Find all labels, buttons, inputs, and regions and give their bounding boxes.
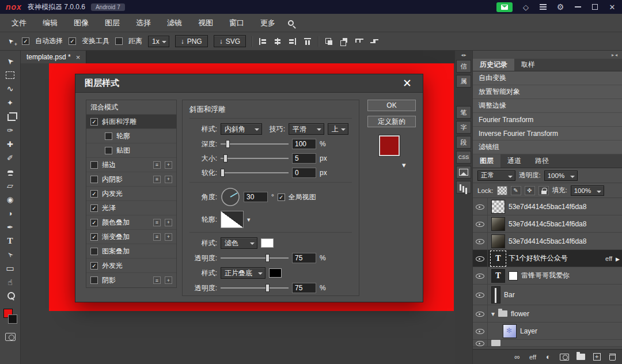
visibility-cell[interactable]	[473, 285, 488, 305]
link-layers-icon[interactable]	[513, 352, 521, 362]
text-layer-thumbnail[interactable]	[491, 269, 505, 283]
style-checkbox[interactable]	[90, 233, 98, 241]
move-tool[interactable]	[2, 54, 19, 68]
styles-list-header[interactable]: 混合模式	[86, 100, 176, 115]
tab-history[interactable]: 历史记录	[473, 59, 514, 71]
duplicate-effect-icon[interactable]	[153, 276, 161, 284]
define-new-button[interactable]: 定义新的	[367, 116, 416, 127]
style-item-satin[interactable]: 光泽	[86, 201, 176, 215]
layer-row-clipped[interactable]	[473, 340, 622, 347]
export-svg-button[interactable]: ↓SVG	[214, 35, 246, 47]
layer-row[interactable]: 53e7d4414c5bac14f6da8	[473, 233, 622, 250]
properties-panel-tab[interactable]: 属	[456, 75, 471, 88]
layer-group-row[interactable]: flower	[473, 305, 622, 323]
opacity-select[interactable]: 100%	[544, 170, 578, 181]
history-item[interactable]: 自由变换	[473, 71, 622, 85]
move-cursor-icon[interactable]	[7, 37, 16, 46]
size-slider[interactable]	[221, 154, 289, 162]
tab-samples[interactable]: 取样	[514, 59, 542, 71]
dodge-tool[interactable]	[2, 206, 19, 220]
soften-input[interactable]	[292, 168, 316, 178]
layer-thumbnail[interactable]	[491, 217, 505, 231]
minimize-icon[interactable]	[575, 6, 581, 7]
slider-handle[interactable]	[226, 140, 230, 148]
menu-select[interactable]: 选择	[128, 14, 159, 32]
lock-position-icon[interactable]	[525, 186, 535, 195]
add-effect-icon[interactable]	[165, 219, 172, 226]
layer-thumbnail[interactable]	[491, 286, 500, 304]
message-button[interactable]	[496, 2, 513, 12]
align-center-icon[interactable]	[273, 37, 282, 46]
shadow-color-swatch[interactable]	[269, 268, 282, 278]
menu-layer[interactable]: 图层	[97, 14, 128, 32]
search-icon[interactable]	[288, 20, 294, 26]
hand-tool[interactable]	[2, 275, 19, 289]
history-item[interactable]: 调整边缘	[473, 99, 622, 113]
fill-select[interactable]: 100%	[571, 185, 604, 196]
angle-input[interactable]	[244, 192, 268, 202]
style-item-outer-glow[interactable]: 外发光	[86, 259, 176, 273]
group-expand-icon[interactable]	[491, 310, 495, 318]
send-backward-icon[interactable]	[339, 37, 348, 46]
crop-tool[interactable]	[2, 109, 19, 123]
tab-channels[interactable]: 通道	[500, 154, 528, 168]
highlight-opacity-input[interactable]	[292, 253, 316, 263]
visibility-cell[interactable]	[473, 215, 488, 232]
info-panel-tab[interactable]: 信	[456, 60, 471, 73]
history-item[interactable]: 放置智能对象	[473, 85, 622, 99]
shadow-opacity-slider[interactable]	[221, 284, 289, 292]
layer-style-button[interactable]: eff	[529, 352, 537, 362]
style-checkbox[interactable]	[90, 248, 98, 255]
menu-view[interactable]: 视图	[190, 14, 221, 32]
highlight-opacity-slider[interactable]	[221, 254, 289, 262]
menu-image[interactable]: 图像	[66, 14, 97, 32]
distance-checkbox[interactable]	[115, 37, 123, 45]
add-effect-icon[interactable]	[165, 233, 172, 241]
style-item-contour[interactable]: 轮廓	[86, 129, 176, 143]
menu-file[interactable]: 文件	[3, 14, 35, 32]
layer-thumbnail[interactable]	[491, 200, 505, 214]
style-item-inner-shadow[interactable]: 内阴影	[86, 172, 176, 187]
layer-row[interactable]: 53e7d4414c5bac14f6da8	[473, 215, 622, 233]
eraser-tool[interactable]	[2, 179, 19, 192]
style-item-drop-shadow[interactable]: 阴影	[86, 273, 176, 287]
style-item-stroke[interactable]: 描边	[86, 158, 176, 172]
zoom-tool[interactable]	[2, 289, 19, 303]
style-checkbox[interactable]	[90, 219, 98, 226]
eye-icon[interactable]	[476, 255, 484, 262]
clone-stamp-tool[interactable]	[2, 165, 19, 179]
eyedropper-tool[interactable]	[2, 123, 19, 137]
style-item-pattern-overlay[interactable]: 图案叠加	[86, 244, 176, 259]
lasso-tool[interactable]	[2, 82, 19, 96]
shape-tool[interactable]	[2, 261, 19, 275]
style-item-color-overlay[interactable]: 颜色叠加	[86, 215, 176, 230]
style-checkbox[interactable]	[105, 132, 112, 140]
layer-row[interactable]: 53e7d4414c5bac14f6da8	[473, 198, 622, 215]
style-checkbox[interactable]	[90, 204, 98, 212]
text-tool[interactable]	[2, 234, 19, 248]
align-left-icon[interactable]	[258, 37, 267, 46]
menu-more[interactable]: 更多	[252, 14, 283, 32]
group-icon[interactable]	[354, 37, 363, 46]
magic-wand-tool[interactable]	[2, 96, 19, 109]
layer-thumbnail[interactable]	[491, 234, 505, 248]
depth-slider[interactable]	[221, 140, 289, 148]
dialog-close-icon[interactable]	[401, 77, 414, 90]
document-tab[interactable]: template.psd *	[21, 51, 86, 63]
visibility-cell[interactable]	[473, 250, 488, 267]
eye-icon[interactable]	[476, 291, 484, 298]
history-item[interactable]: 滤镜组	[473, 141, 622, 154]
style-checkbox[interactable]	[105, 147, 112, 154]
swatch-caret-icon[interactable]	[402, 161, 418, 169]
technique-select[interactable]: 平滑	[289, 123, 324, 135]
visibility-cell[interactable]	[473, 267, 488, 284]
style-checkbox[interactable]	[90, 118, 98, 126]
duplicate-effect-icon[interactable]	[153, 233, 161, 241]
layer-row[interactable]: Layer	[473, 323, 622, 340]
character-panel-tab[interactable]: 字	[456, 121, 471, 134]
layer-thumbnail[interactable]	[503, 324, 517, 338]
layer-mask-thumbnail[interactable]	[509, 271, 518, 280]
thumbnail-panel-tab[interactable]	[456, 166, 471, 179]
dialog-header[interactable]: 图层样式	[75, 74, 423, 93]
css-panel-tab[interactable]: CSS	[456, 151, 471, 164]
